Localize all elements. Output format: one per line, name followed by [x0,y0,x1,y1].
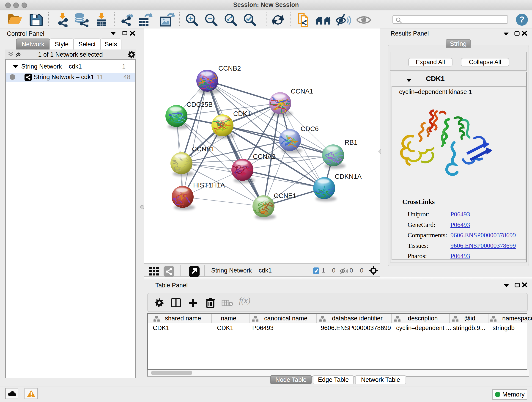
svg-text:CDC6: CDC6 [301,125,319,133]
svg-text:CCNA2: CCNA2 [253,153,275,160]
svg-text:CDC25B: CDC25B [186,101,213,108]
svg-text:RB1: RB1 [345,139,357,146]
svg-text:CCNE1: CCNE1 [274,192,296,199]
svg-text:CCNB1: CCNB1 [192,145,215,153]
svg-text:?: ? [519,15,525,24]
svg-text:CDKN1A: CDKN1A [335,173,362,180]
svg-text:CCNB2: CCNB2 [218,65,241,72]
svg-text:CDK1: CDK1 [233,110,251,117]
svg-text:HIST1H1A: HIST1H1A [193,182,225,189]
svg-text:CCNA1: CCNA1 [291,88,313,95]
